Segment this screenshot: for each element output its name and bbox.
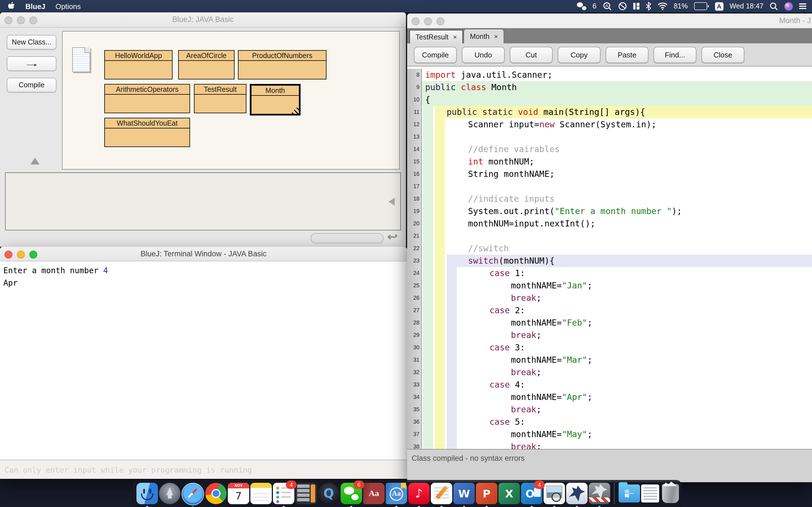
cut-button[interactable]: Cut bbox=[510, 47, 553, 63]
siri-icon[interactable] bbox=[784, 2, 793, 10]
wifi-icon[interactable] bbox=[657, 2, 667, 10]
find-button[interactable]: Find... bbox=[654, 47, 696, 63]
terminal-window: BlueJ: Terminal Window - JAVA Basic Ente… bbox=[0, 247, 407, 479]
chrome-icon[interactable] bbox=[205, 483, 227, 504]
line-number: 24 bbox=[407, 267, 422, 279]
undo-button[interactable]: Undo bbox=[462, 47, 505, 63]
launchpad-icon[interactable] bbox=[159, 483, 181, 504]
object-bench[interactable] bbox=[5, 172, 401, 230]
class-box-arithmeticoperators[interactable]: ArithmeticOperators bbox=[104, 84, 190, 113]
input-source-icon[interactable]: A bbox=[715, 2, 723, 10]
preview-icon[interactable] bbox=[544, 483, 565, 504]
tab-month[interactable]: Month× bbox=[464, 29, 504, 43]
menu-app-name[interactable]: BlueJ bbox=[26, 2, 45, 10]
line-number: 23 bbox=[407, 255, 422, 267]
outlook-icon[interactable]: O4 bbox=[521, 483, 543, 504]
trash-icon[interactable] bbox=[662, 484, 679, 503]
calculator-icon[interactable] bbox=[296, 483, 317, 504]
powerpoint-icon[interactable]: P bbox=[476, 483, 497, 504]
notes-icon[interactable] bbox=[250, 483, 272, 504]
recompile-icon[interactable]: ↩ bbox=[385, 230, 400, 243]
safari-icon[interactable] bbox=[182, 483, 204, 505]
close-button[interactable]: Close bbox=[702, 47, 744, 63]
class-box-testresult[interactable]: TestResult bbox=[194, 84, 246, 113]
quicktime-icon[interactable]: Q bbox=[318, 483, 340, 504]
word-icon[interactable]: W bbox=[453, 483, 475, 504]
running-indicator bbox=[553, 506, 555, 507]
running-indicator bbox=[463, 506, 465, 507]
window-manager-icon[interactable] bbox=[633, 3, 639, 10]
do-not-disturb-icon[interactable] bbox=[618, 2, 627, 11]
line-number: 29 bbox=[407, 329, 422, 341]
code-editor[interactable]: 8import java.util.Scanner;9public class … bbox=[407, 66, 812, 454]
tab-testresult[interactable]: TestResult× bbox=[409, 30, 463, 43]
zoom-button[interactable] bbox=[437, 17, 444, 25]
readme-icon[interactable] bbox=[72, 47, 90, 72]
line-number: 13 bbox=[407, 131, 422, 143]
pages-icon[interactable] bbox=[431, 483, 452, 504]
editor-tab-bar: TestResult×Month× bbox=[407, 28, 812, 43]
tab-close-icon[interactable]: × bbox=[494, 33, 498, 40]
menu-clock[interactable]: Wed 18:47 bbox=[730, 2, 763, 10]
code-line-28: 28monthNAME="Feb"; bbox=[407, 317, 812, 329]
finder-icon[interactable] bbox=[137, 483, 158, 504]
wechat-status-icon[interactable] bbox=[577, 2, 587, 10]
folder-icon[interactable] bbox=[619, 485, 640, 503]
running-indicator bbox=[418, 506, 420, 507]
reminders-icon[interactable]: 4 bbox=[273, 483, 294, 504]
calendar-icon[interactable]: NOV7 bbox=[228, 483, 249, 504]
class-box-whatshouldyoueat[interactable]: WhatShouldYouEat bbox=[104, 118, 190, 147]
uncompiled-hatch bbox=[289, 104, 299, 114]
bluej-alt-icon[interactable] bbox=[589, 483, 610, 504]
line-number: 20 bbox=[407, 217, 422, 230]
bluetooth-icon[interactable] bbox=[645, 2, 651, 11]
line-number: 33 bbox=[407, 379, 422, 391]
terminal-titlebar[interactable]: BlueJ: Terminal Window - JAVA Basic bbox=[0, 247, 407, 262]
running-indicator bbox=[146, 506, 148, 507]
close-button[interactable] bbox=[412, 17, 419, 25]
spotlight-icon[interactable] bbox=[770, 2, 778, 10]
code-line-36: 36case 5: bbox=[407, 416, 812, 428]
excel-icon[interactable]: X bbox=[499, 483, 520, 504]
bluej-icon[interactable] bbox=[566, 483, 588, 504]
class-box-month[interactable]: Month bbox=[250, 84, 301, 115]
menu-item-options[interactable]: Options bbox=[56, 2, 81, 10]
code-line-23: 23switch(monthNUM){ bbox=[407, 255, 812, 267]
terminal-input-bar[interactable]: Can only enter input while your programm… bbox=[0, 460, 407, 479]
collapse-arrow-icon[interactable] bbox=[31, 158, 40, 165]
line-number: 11 bbox=[407, 106, 422, 118]
code-line-15: 15int monthNUM; bbox=[407, 156, 812, 168]
wechat-icon[interactable]: 6 bbox=[341, 483, 362, 504]
search-input-method-icon[interactable]: A bbox=[603, 2, 612, 11]
new-class-button[interactable]: New Class... bbox=[7, 35, 56, 50]
apple-menu-icon[interactable] bbox=[8, 2, 15, 11]
documents-icon[interactable] bbox=[641, 485, 659, 503]
tab-close-icon[interactable]: × bbox=[453, 33, 457, 41]
main-window-titlebar[interactable]: BlueJ: JAVA Basic bbox=[0, 12, 406, 27]
compile-button[interactable]: Compile bbox=[7, 78, 56, 93]
netease-music-icon[interactable]: ♪ bbox=[408, 483, 430, 504]
battery-icon[interactable] bbox=[694, 2, 709, 10]
running-indicator bbox=[395, 506, 398, 507]
compile-button[interactable]: Compile bbox=[414, 47, 457, 63]
class-name: HelloWorldApp bbox=[105, 51, 172, 61]
dictionary-blue-icon[interactable]: Aa bbox=[386, 483, 407, 504]
line-number: 21 bbox=[407, 230, 422, 242]
notification-center-icon[interactable] bbox=[799, 3, 806, 9]
editor-titlebar[interactable]: Month - J bbox=[407, 13, 812, 29]
paste-button[interactable]: Paste bbox=[606, 47, 649, 63]
terminal-output[interactable]: Enter a month number 4Apr bbox=[0, 262, 407, 460]
editor-window-title: Month - J bbox=[779, 16, 811, 25]
dictionary-icon[interactable]: Aa bbox=[363, 483, 385, 504]
code-line-24: 24case 1: bbox=[407, 267, 812, 279]
editor-status-bar: Class compiled - no syntax errors bbox=[407, 449, 812, 482]
copy-button[interactable]: Copy bbox=[558, 47, 601, 63]
class-box-productofnumbers[interactable]: ProductOfNumbers bbox=[238, 50, 326, 79]
class-box-areaofcircle[interactable]: AreaOfCircle bbox=[178, 50, 235, 79]
class-diagram[interactable]: HelloWorldAppAreaOfCircleProductOfNumber… bbox=[62, 31, 400, 170]
class-box-helloworldapp[interactable]: HelloWorldApp bbox=[104, 50, 172, 79]
minimize-button[interactable] bbox=[424, 17, 432, 25]
run-arrow-button[interactable]: → bbox=[7, 56, 56, 71]
bench-expand-icon[interactable] bbox=[389, 198, 395, 206]
compile-status-text: Class compiled - no syntax errors bbox=[412, 454, 525, 462]
